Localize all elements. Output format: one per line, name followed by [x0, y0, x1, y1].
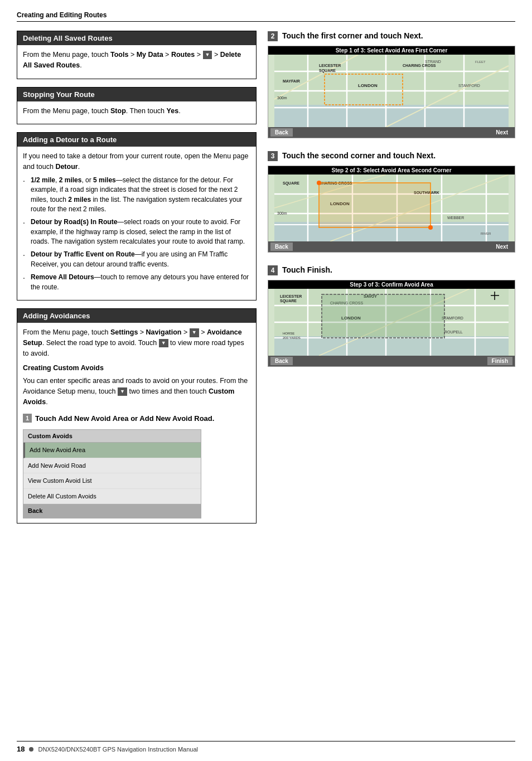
step2-map-title: Step 1 of 3: Select Avoid Area First Cor… [268, 46, 515, 55]
svg-rect-45 [274, 336, 509, 356]
step3-map-title: Step 2 of 3: Select Avoid Area Second Co… [268, 166, 515, 175]
down-arrow-icon-3: ▼ [159, 339, 168, 348]
section-stopping-body: From the Menu page, touch Stop. Then tou… [17, 101, 256, 124]
page-number: 18 [17, 745, 25, 753]
page: Creating and Editing Routes Deleting All… [0, 0, 532, 761]
list-item: 1/2 mile, 2 miles, or 5 miles—select the… [23, 176, 250, 215]
custom-avoids-subtitle: Creating Custom Avoids [23, 363, 250, 374]
two-column-layout: Deleting All Saved Routes From the Menu … [17, 31, 515, 531]
step2-header: 2 Touch the first corner and touch Next. [268, 31, 515, 41]
step4-map-title: Step 3 of 3: Confirm Avoid Area [268, 280, 515, 289]
step3-map-footer: Back Next [268, 241, 515, 252]
step4-map: Step 3 of 3: Confirm Avoid Area [268, 280, 515, 367]
svg-text:SQUARE: SQUARE [319, 69, 336, 73]
step4-header: 4 Touch Finish. [268, 265, 515, 275]
section-deleting: Deleting All Saved Routes From the Menu … [17, 31, 257, 79]
section-stopping-title: Stopping Your Route [17, 88, 256, 101]
svg-text:STAMFORD: STAMFORD [458, 84, 480, 88]
page-header: Creating and Editing Routes [17, 11, 515, 22]
step4-map-footer: Back Finish [268, 356, 515, 366]
svg-text:WEBBER: WEBBER [447, 216, 464, 220]
step3-text: Touch the second corner and touch Next. [282, 151, 436, 161]
step4-back-btn[interactable]: Back [270, 357, 293, 365]
step4-text: Touch Finish. [282, 265, 332, 275]
step3-number: 3 [268, 151, 278, 161]
section-deleting-title: Deleting All Saved Routes [17, 31, 256, 45]
step4-number: 4 [268, 265, 278, 275]
custom-avoids-menu: Custom Avoids Add New Avoid Area Add New… [23, 429, 201, 518]
svg-text:FLEET: FLEET [475, 60, 486, 64]
list-item: Remove All Detours—touch to remove any d… [23, 273, 250, 292]
svg-point-43 [428, 225, 433, 230]
svg-text:LEICESTER: LEICESTER [280, 294, 302, 298]
step2-map-svg: LEICESTER SQUARE CHARING CROSS LONDON MA… [268, 55, 515, 127]
step3-map-svg: SQUARE CHARING CROSS LONDON SOUTHWARK WE… [268, 175, 515, 241]
footer-manual-title: DNX5240/DNX5240BT GPS Navigation Instruc… [38, 746, 198, 753]
svg-text:300m: 300m [277, 211, 287, 215]
step2-text: Touch the first corner and touch Next. [282, 31, 423, 41]
svg-text:MAYFAIR: MAYFAIR [283, 79, 300, 83]
section-avoidances-body: From the Menu page, touch Settings > Nav… [17, 323, 256, 523]
step2-map: Step 1 of 3: Select Avoid Area First Cor… [268, 46, 515, 138]
svg-text:HORSE: HORSE [283, 332, 294, 335]
svg-text:SQUARE: SQUARE [283, 181, 299, 186]
step4-block: 4 Touch Finish. Step 3 of 3: Confirm Avo… [268, 265, 515, 367]
step3-map: Step 2 of 3: Select Avoid Area Second Co… [268, 166, 515, 253]
step1-block: 1 Touch Add New Avoid Area or Add New Av… [23, 414, 250, 424]
svg-text:SQUARE: SQUARE [280, 299, 297, 303]
step2-next-btn[interactable]: Next [491, 128, 512, 137]
step3-map-body: SQUARE CHARING CROSS LONDON SOUTHWARK WE… [268, 175, 515, 241]
section-detour-body: If you need to take a detour from your c… [17, 147, 256, 300]
step3-next-btn[interactable]: Next [491, 243, 512, 251]
left-column: Deleting All Saved Routes From the Menu … [17, 31, 257, 531]
svg-rect-41 [319, 183, 431, 227]
svg-text:300m: 300m [277, 96, 287, 100]
svg-text:RIVER: RIVER [481, 232, 491, 235]
detour-bullet-list: 1/2 mile, 2 miles, or 5 miles—select the… [23, 176, 250, 292]
section-deleting-body: From the Menu page, touch Tools > My Dat… [17, 45, 256, 79]
step3-back-btn[interactable]: Back [270, 243, 293, 251]
header-title: Creating and Editing Routes [17, 11, 107, 19]
step1-number: 1 [23, 414, 32, 423]
section-avoidances: Adding Avoidances From the Menu page, to… [17, 308, 257, 524]
menu-item-back[interactable]: Back [23, 504, 201, 518]
list-item: Detour by Traffic Event on Route—if you … [23, 250, 250, 269]
section-detour-title: Adding a Detour to a Route [17, 133, 256, 147]
svg-rect-64 [322, 294, 444, 338]
step4-map-svg: LEICESTER SQUARE SAVOY CHARING CROSS LON… [268, 289, 515, 356]
svg-text:CHARING CROSS: CHARING CROSS [403, 64, 436, 67]
svg-text:LONDON: LONDON [358, 83, 378, 88]
menu-item-add-avoid-area[interactable]: Add New Avoid Area [23, 443, 201, 458]
svg-point-42 [317, 181, 321, 185]
step1-text: Touch Add New Avoid Area or Add New Avoi… [35, 414, 214, 424]
step2-number: 2 [268, 31, 278, 41]
menu-item-view-list[interactable]: View Custom Avoid List [23, 473, 201, 489]
page-footer: 18 DNX5240/DNX5240BT GPS Navigation Inst… [17, 741, 515, 753]
down-arrow-icon-4: ▼ [118, 387, 127, 396]
section-avoidances-title: Adding Avoidances [17, 309, 256, 323]
section-detour: Adding a Detour to a Route If you need t… [17, 132, 257, 300]
footer-bullet [29, 747, 33, 752]
list-item: Detour by Road(s) In Route—select roads … [23, 217, 250, 246]
right-column: 2 Touch the first corner and touch Next.… [268, 31, 515, 531]
step4-finish-btn[interactable]: Finish [487, 357, 512, 365]
menu-item-add-avoid-road[interactable]: Add New Avoid Road [23, 458, 201, 474]
down-arrow-icon-2: ▼ [190, 328, 199, 337]
svg-text:200 YARDS: 200 YARDS [283, 336, 301, 340]
svg-text:STRAND: STRAND [425, 60, 441, 64]
down-arrow-icon: ▼ [203, 51, 212, 60]
svg-text:LEICESTER: LEICESTER [319, 64, 341, 67]
step3-block: 3 Touch the second corner and touch Next… [268, 151, 515, 253]
step4-map-body: LEICESTER SQUARE SAVOY CHARING CROSS LON… [268, 289, 515, 356]
step2-block: 2 Touch the first corner and touch Next.… [268, 31, 515, 138]
menu-item-delete-all[interactable]: Delete All Custom Avoids [23, 489, 201, 505]
step2-back-btn[interactable]: Back [270, 128, 293, 137]
step2-map-body: LEICESTER SQUARE CHARING CROSS LONDON MA… [268, 55, 515, 127]
step2-map-footer: Back Next [268, 127, 515, 138]
section-stopping: Stopping Your Route From the Menu page, … [17, 87, 257, 125]
svg-text:ROUPELL: ROUPELL [444, 330, 463, 334]
svg-text:STAMFORD: STAMFORD [442, 316, 463, 320]
step3-header: 3 Touch the second corner and touch Next… [268, 151, 515, 161]
custom-avoids-menu-title: Custom Avoids [23, 430, 201, 443]
